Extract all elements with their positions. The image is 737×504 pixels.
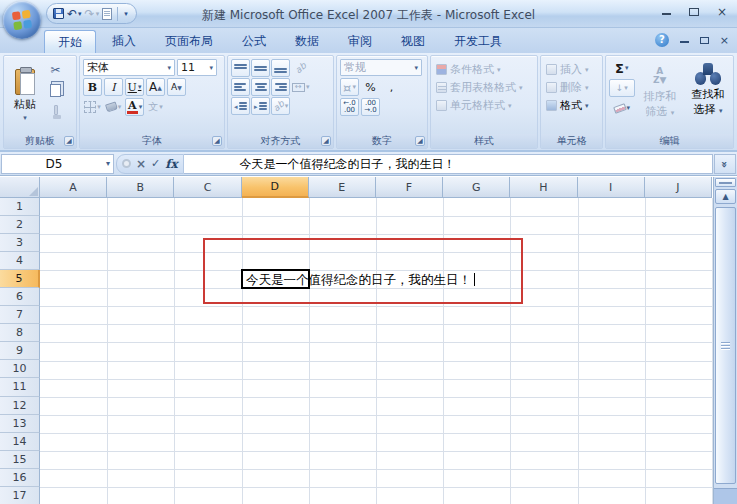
fill-button[interactable]: ↓▾ bbox=[609, 79, 635, 97]
align-bottom-button[interactable] bbox=[271, 59, 290, 77]
row-header-16[interactable]: 16 bbox=[0, 469, 40, 487]
column-header-G[interactable]: G bbox=[443, 177, 510, 198]
close-button-small[interactable]: × bbox=[720, 34, 729, 47]
column-header-B[interactable]: B bbox=[107, 177, 174, 198]
row-header-10[interactable]: 10 bbox=[0, 360, 40, 378]
row-header-13[interactable]: 13 bbox=[0, 415, 40, 433]
tab-视图[interactable]: 视图 bbox=[388, 30, 438, 53]
font-color-button[interactable]: A▾ bbox=[125, 98, 144, 116]
scrollbar-thumb[interactable] bbox=[715, 207, 736, 484]
font-name-combo[interactable]: 宋体▾ bbox=[83, 59, 175, 76]
active-cell-d5[interactable]: 今天是一个值得纪念的日子，我的生日！ bbox=[241, 269, 310, 289]
italic-button[interactable]: I bbox=[104, 78, 123, 96]
save-button[interactable] bbox=[53, 8, 64, 19]
row-header-7[interactable]: 7 bbox=[0, 306, 40, 324]
column-header-F[interactable]: F bbox=[376, 177, 443, 198]
row-header-14[interactable]: 14 bbox=[0, 433, 40, 451]
name-box[interactable]: D5 ▾ bbox=[1, 154, 114, 174]
restore-button-small[interactable] bbox=[700, 34, 709, 47]
number-format-combo[interactable]: 常规▾ bbox=[340, 59, 422, 76]
column-header-D[interactable]: D bbox=[242, 177, 309, 198]
row-header-9[interactable]: 9 bbox=[0, 342, 40, 360]
format-as-table-button[interactable]: 套用表格格式▾ bbox=[434, 80, 535, 95]
row-header-12[interactable]: 12 bbox=[0, 397, 40, 415]
conditional-formatting-button[interactable]: 条件格式▾ bbox=[434, 62, 535, 77]
find-select-button[interactable]: 查找和 选择 ▾ bbox=[685, 59, 731, 133]
row-header-11[interactable]: 11 bbox=[0, 378, 40, 396]
clear-button[interactable]: ▾ bbox=[609, 99, 635, 117]
column-header-A[interactable]: A bbox=[40, 177, 107, 198]
autosum-button[interactable]: Σ▾ bbox=[609, 59, 635, 77]
number-dialog-launcher[interactable]: ◢ bbox=[415, 136, 425, 146]
undo-button[interactable]: ↶▾ bbox=[67, 7, 82, 21]
align-left-button[interactable] bbox=[231, 78, 250, 96]
decrease-indent-button[interactable] bbox=[231, 97, 250, 115]
wrap-text-button[interactable]: ab▾ bbox=[271, 97, 290, 115]
format-cells-button[interactable]: 格式▾ bbox=[544, 98, 600, 113]
comma-style-button[interactable]: , bbox=[382, 78, 401, 96]
increase-indent-button[interactable] bbox=[251, 97, 270, 115]
insert-function-button[interactable]: fx bbox=[165, 157, 177, 171]
row-header-3[interactable]: 3 bbox=[0, 234, 40, 252]
tab-审阅[interactable]: 审阅 bbox=[335, 30, 385, 53]
enter-button[interactable]: ✓ bbox=[151, 158, 160, 170]
row-header-1[interactable]: 1 bbox=[0, 198, 40, 216]
row-header-2[interactable]: 2 bbox=[0, 216, 40, 234]
column-header-C[interactable]: C bbox=[174, 177, 241, 198]
row-header-4[interactable]: 4 bbox=[0, 252, 40, 270]
orientation-button[interactable]: ab bbox=[291, 59, 310, 77]
cut-button[interactable]: ✂ bbox=[46, 61, 65, 79]
minimize-button[interactable] bbox=[659, 5, 673, 19]
bold-button[interactable]: B bbox=[83, 78, 102, 96]
column-header-H[interactable]: H bbox=[510, 177, 577, 198]
column-header-I[interactable]: I bbox=[578, 177, 645, 198]
tab-开发工具[interactable]: 开发工具 bbox=[441, 30, 515, 53]
office-button[interactable] bbox=[3, 1, 41, 39]
align-middle-button[interactable] bbox=[251, 59, 270, 77]
cancel-button[interactable]: × bbox=[136, 158, 146, 170]
expand-formula-bar-button[interactable]: » bbox=[714, 154, 736, 174]
clipboard-dialog-launcher[interactable]: ◢ bbox=[64, 136, 74, 146]
close-button[interactable]: × bbox=[715, 5, 729, 19]
help-button[interactable]: ? bbox=[655, 33, 669, 47]
tab-数据[interactable]: 数据 bbox=[282, 30, 332, 53]
font-dialog-launcher[interactable]: ◢ bbox=[212, 136, 222, 146]
row-header-5[interactable]: 5 bbox=[0, 270, 40, 288]
fill-color-button[interactable]: ▾ bbox=[104, 98, 123, 116]
print-preview-button[interactable] bbox=[102, 8, 112, 20]
insert-cells-button[interactable]: 插入▾ bbox=[544, 62, 600, 77]
row-header-17[interactable]: 17 bbox=[0, 487, 40, 504]
shrink-font-button[interactable]: A▼ bbox=[167, 78, 186, 96]
select-all-corner[interactable] bbox=[0, 177, 40, 198]
scroll-up-button[interactable]: ▲ bbox=[715, 189, 736, 204]
underline-button[interactable]: U▾ bbox=[125, 78, 144, 96]
align-right-button[interactable] bbox=[271, 78, 290, 96]
tab-开始[interactable]: 开始 bbox=[44, 30, 96, 53]
tab-公式[interactable]: 公式 bbox=[229, 30, 279, 53]
tab-页面布局[interactable]: 页面布局 bbox=[152, 30, 226, 53]
merge-center-button[interactable]: ▾ bbox=[291, 78, 311, 96]
split-handle[interactable] bbox=[715, 178, 736, 187]
cell-styles-button[interactable]: 单元格样式▾ bbox=[434, 98, 535, 113]
format-painter-button[interactable] bbox=[46, 101, 65, 119]
grow-font-button[interactable]: A▲ bbox=[146, 78, 165, 96]
column-header-J[interactable]: J bbox=[645, 177, 712, 198]
row-header-8[interactable]: 8 bbox=[0, 324, 40, 342]
phonetic-guide-button[interactable]: 文▾ bbox=[146, 98, 165, 116]
column-header-E[interactable]: E bbox=[309, 177, 376, 198]
decrease-decimal-button[interactable]: .00→.0 bbox=[361, 98, 380, 116]
row-header-6[interactable]: 6 bbox=[0, 288, 40, 306]
vertical-scrollbar[interactable]: ▲ bbox=[713, 177, 737, 504]
accounting-format-button[interactable]: ¤▾ bbox=[340, 78, 359, 96]
align-center-button[interactable] bbox=[251, 78, 270, 96]
alignment-dialog-launcher[interactable]: ◢ bbox=[321, 136, 331, 146]
tab-插入[interactable]: 插入 bbox=[99, 30, 149, 53]
delete-cells-button[interactable]: 删除▾ bbox=[544, 80, 600, 95]
sort-filter-button[interactable]: AZ▼ 排序和 筛选 ▾ bbox=[637, 59, 683, 133]
restore-button[interactable] bbox=[687, 5, 701, 19]
row-header-15[interactable]: 15 bbox=[0, 451, 40, 469]
formula-input[interactable]: 今天是一个值得纪念的日子，我的生日！ bbox=[184, 154, 713, 174]
minimize-button-small[interactable] bbox=[680, 34, 689, 47]
copy-button[interactable] bbox=[46, 81, 65, 99]
borders-button[interactable]: ▾ bbox=[83, 98, 102, 116]
